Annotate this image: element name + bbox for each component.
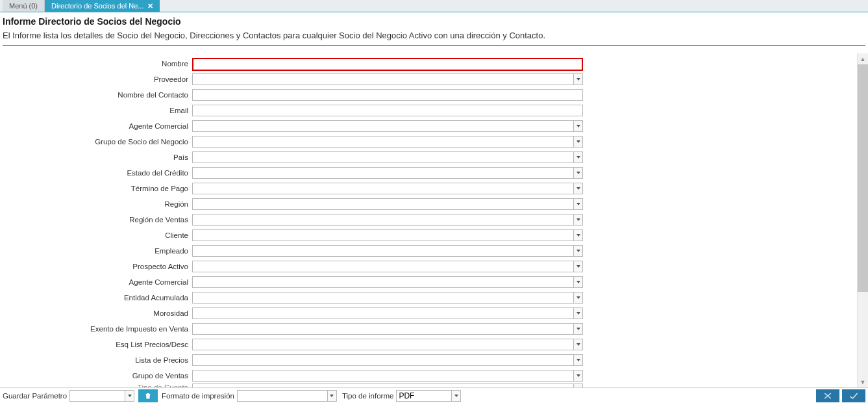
label-agente-comercial: Agente Comercial (0, 122, 192, 130)
tipo-informe-dropdown[interactable] (452, 390, 461, 402)
prospecto-activo-dropdown[interactable] (574, 261, 583, 272)
label-prospecto-activo: Prospecto Activo (0, 263, 192, 270)
guardar-parametro-input[interactable] (69, 390, 125, 402)
region-ventas-input[interactable] (192, 214, 574, 226)
guardar-parametro-dropdown[interactable] (125, 390, 134, 402)
termino-pago-input[interactable] (192, 183, 574, 194)
guardar-parametro-label: Guardar Parámetro (3, 392, 67, 400)
delete-button[interactable] (138, 389, 158, 402)
formato-impresion-dropdown[interactable] (328, 390, 337, 402)
label-nombre: Nombre (0, 60, 192, 68)
tipo-informe-field (396, 390, 461, 402)
empleado-input[interactable] (192, 245, 574, 257)
lista-precios-input[interactable] (192, 354, 574, 366)
page-title: Informe Directorio de Socios del Negocio (3, 16, 865, 31)
esq-list-precios-dropdown[interactable] (574, 339, 583, 350)
label-grupo-ventas: Grupo de Ventas (0, 372, 192, 380)
estado-credito-dropdown[interactable] (574, 167, 583, 179)
tab-menu-label: Menú (0) (9, 2, 38, 10)
agente-comercial-input[interactable] (192, 120, 574, 132)
tab-active-label: Directorio de Socios del Ne... (51, 2, 143, 10)
confirm-button[interactable] (842, 389, 865, 402)
tipo-informe-input[interactable] (396, 390, 452, 402)
entidad-acumulada-dropdown[interactable] (574, 292, 583, 304)
proveedor-dropdown[interactable] (574, 73, 583, 85)
scrollbar[interactable]: ▲ ▼ (857, 53, 868, 387)
form-scroll: Nombre Proveedor Nombre del Contacto (0, 53, 855, 387)
cliente-input[interactable] (192, 229, 574, 241)
region-input[interactable] (192, 198, 574, 210)
prospecto-activo-input[interactable] (192, 261, 574, 272)
label-termino-pago: Término de Pago (0, 185, 192, 192)
agente-comercial-2-input[interactable] (192, 276, 574, 288)
estado-credito-input[interactable] (192, 167, 574, 179)
esq-list-precios-input[interactable] (192, 339, 574, 350)
scroll-up-icon[interactable]: ▲ (858, 53, 868, 64)
formato-impresion-field (237, 390, 337, 402)
label-estado-credito: Estado del Crédito (0, 169, 192, 177)
region-dropdown[interactable] (574, 198, 583, 210)
morosidad-input[interactable] (192, 307, 574, 319)
label-morosidad: Morosidad (0, 309, 192, 317)
label-region: Región (0, 200, 192, 208)
page-header: Informe Directorio de Socios del Negocio… (0, 12, 868, 49)
form-wrapper: Nombre Proveedor Nombre del Contacto (0, 53, 855, 387)
label-grupo-socio: Grupo de Socio del Negocio (0, 138, 192, 146)
formato-impresion-label: Formato de impresión (162, 392, 234, 400)
proveedor-input[interactable] (192, 73, 574, 85)
formato-impresion-input[interactable] (237, 390, 328, 402)
entidad-acumulada-input[interactable] (192, 292, 574, 304)
label-agente-comercial-2: Agente Comercial (0, 278, 192, 286)
tab-menu[interactable]: Menú (0) (3, 0, 45, 12)
label-region-ventas: Región de Ventas (0, 216, 192, 224)
label-esq-list-precios: Esq List Precios/Desc (0, 341, 192, 348)
label-nombre-contacto: Nombre del Contacto (0, 91, 192, 99)
cancel-button[interactable] (816, 389, 839, 402)
grupo-socio-input[interactable] (192, 136, 574, 148)
agente-comercial-dropdown[interactable] (574, 120, 583, 132)
pais-input[interactable] (192, 151, 574, 163)
tipo-informe-label: Tipo de informe (342, 392, 393, 400)
morosidad-dropdown[interactable] (574, 307, 583, 319)
grupo-socio-dropdown[interactable] (574, 136, 583, 148)
trash-icon (144, 391, 152, 400)
grupo-ventas-dropdown[interactable] (574, 370, 583, 382)
label-exento-impuesto: Exento de Impuesto en Venta (0, 325, 192, 333)
exento-impuesto-dropdown[interactable] (574, 323, 583, 335)
label-lista-precios: Lista de Precios (0, 356, 192, 364)
scroll-thumb[interactable] (858, 64, 868, 292)
nombre-input[interactable] (192, 58, 583, 71)
grupo-ventas-input[interactable] (192, 370, 574, 382)
header-divider (3, 46, 865, 46)
scroll-down-icon[interactable]: ▼ (858, 376, 868, 387)
bottom-bar: Guardar Parámetro Formato de impresión T… (0, 387, 868, 403)
label-empleado: Empleado (0, 247, 192, 255)
lista-precios-dropdown[interactable] (574, 354, 583, 366)
label-entidad-acumulada: Entidad Acumulada (0, 294, 192, 302)
label-proveedor: Proveedor (0, 75, 192, 83)
page-description: El Informe lista los detalles de Socio d… (3, 31, 865, 44)
pais-dropdown[interactable] (574, 151, 583, 163)
label-cliente: Cliente (0, 231, 192, 239)
region-ventas-dropdown[interactable] (574, 214, 583, 226)
guardar-parametro-field (69, 390, 134, 402)
label-pais: País (0, 153, 192, 161)
cliente-dropdown[interactable] (574, 229, 583, 241)
nombre-contacto-input[interactable] (192, 89, 583, 101)
label-email: Email (0, 107, 192, 114)
exento-impuesto-input[interactable] (192, 323, 574, 335)
agente-comercial-2-dropdown[interactable] (574, 276, 583, 288)
x-icon (823, 392, 833, 400)
email-input[interactable] (192, 105, 583, 116)
termino-pago-dropdown[interactable] (574, 183, 583, 194)
empleado-dropdown[interactable] (574, 245, 583, 257)
tabs-bar: Menú (0) Directorio de Socios del Ne... … (0, 0, 868, 12)
close-icon[interactable]: ✕ (147, 3, 153, 10)
tab-active[interactable]: Directorio de Socios del Ne... ✕ (45, 0, 160, 12)
check-icon (849, 392, 859, 400)
